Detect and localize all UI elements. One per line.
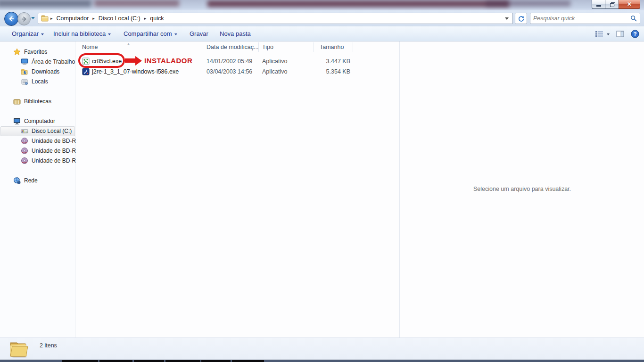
back-icon: [8, 15, 15, 23]
preview-pane-button[interactable]: [616, 31, 624, 37]
column-separator[interactable]: [353, 42, 353, 52]
restore-icon: [610, 2, 614, 6]
censored-title-blur: [486, 0, 570, 7]
column-header-tipo[interactable]: Tipo: [262, 41, 273, 53]
recent-places-icon: [21, 78, 28, 85]
column-separator[interactable]: [258, 42, 259, 52]
toolbar-label: Organizar: [12, 30, 39, 37]
search-icon[interactable]: [630, 15, 637, 22]
dropdown-caret-icon: [41, 33, 44, 35]
file-date: 03/04/2003 14:56: [206, 66, 252, 77]
column-header-nome[interactable]: Nome: [82, 41, 98, 53]
close-button[interactable]: [619, 0, 640, 9]
column-header-data[interactable]: Data de modificaç...: [206, 41, 258, 53]
close-icon: [627, 0, 632, 9]
java-file-icon: [82, 66, 90, 77]
censored-taskbar-segment: [232, 360, 264, 362]
folder-large-icon: [8, 339, 29, 361]
command-toolbar: Organizar Incluir na biblioteca Comparti…: [0, 26, 644, 41]
censored-title-blur: [0, 0, 91, 7]
sidebar-label: Favoritos: [24, 49, 47, 55]
forward-icon: [21, 16, 28, 23]
address-row: Computador Disco Local (C:) quick: [0, 10, 644, 26]
censored-taskbar-segment: [201, 360, 231, 362]
column-separator[interactable]: [202, 42, 202, 52]
refresh-button[interactable]: [515, 13, 527, 24]
forward-button[interactable]: [17, 12, 31, 25]
annotation-label: INSTALADOR: [144, 57, 192, 65]
toolbar-label: Nova pasta: [220, 30, 251, 37]
navigation-pane: Favoritos Área de Trabalho Downloads Loc…: [0, 41, 75, 337]
search-box: [530, 13, 640, 24]
censored-taskbar-segment: [165, 360, 200, 362]
column-separator[interactable]: [314, 42, 314, 52]
sidebar-label: Bibliotecas: [24, 98, 51, 105]
downloads-folder-icon: [21, 68, 28, 75]
toolbar-right-icons: ?: [595, 26, 639, 41]
breadcrumb-item-quick[interactable]: quick: [147, 14, 166, 23]
file-date: 14/01/2002 05:49: [206, 56, 252, 66]
annotation-red-oval: [78, 53, 125, 68]
address-dropdown-caret-icon[interactable]: [505, 17, 509, 20]
preview-pane: Selecione um arquivo para visualizar.: [399, 41, 644, 337]
disc-drive-icon: [21, 157, 28, 165]
local-disk-icon: [21, 127, 28, 135]
sidebar-label: Disco Local (C:): [32, 128, 72, 134]
breadcrumb-separator-icon: [50, 16, 54, 21]
back-button[interactable]: [4, 12, 18, 26]
views-button[interactable]: [595, 31, 610, 37]
taskbar-strip: [0, 360, 644, 362]
censored-taskbar-segment: [62, 360, 98, 362]
toolbar-label: Compartilhar com: [124, 30, 172, 37]
item-count: 2 itens: [40, 342, 57, 349]
breadcrumb-item-computador[interactable]: Computador: [54, 14, 92, 23]
disc-drive-icon: [21, 147, 28, 155]
toolbar-nova-pasta[interactable]: Nova pasta: [217, 26, 254, 41]
sidebar-label: Downloads: [32, 68, 59, 75]
address-bar[interactable]: Computador Disco Local (C:) quick: [38, 13, 513, 24]
toolbar-organizar[interactable]: Organizar: [9, 26, 47, 41]
disc-drive-icon: [21, 137, 28, 145]
network-icon: [13, 177, 21, 184]
toolbar-compartilhar-com[interactable]: Compartilhar com: [121, 26, 180, 41]
libraries-icon: [13, 98, 21, 105]
minimize-icon: [596, 5, 601, 7]
toolbar-incluir-na-biblioteca[interactable]: Incluir na biblioteca: [50, 26, 114, 41]
sidebar-label: Locais: [32, 78, 48, 85]
search-input[interactable]: [530, 15, 630, 22]
views-icon: [595, 31, 604, 37]
sidebar-label: Computador: [24, 118, 55, 124]
censored-title-blur: [207, 0, 509, 7]
preview-pane-icon: [616, 31, 624, 37]
help-icon: ?: [631, 30, 639, 38]
censored-taskbar-segment: [134, 360, 164, 362]
column-header-tamanho[interactable]: Tamanho: [320, 41, 344, 53]
history-chevron-icon[interactable]: [31, 17, 35, 19]
breadcrumb-item-disco-local[interactable]: Disco Local (C:): [96, 14, 143, 23]
dropdown-caret-icon: [174, 33, 177, 35]
file-list: Nome Data de modificaç... Tipo Tamanho c…: [76, 41, 399, 337]
censored-taskbar-segment: [99, 360, 132, 362]
dropdown-caret-icon: [108, 33, 111, 35]
sidebar-label: Rede: [24, 177, 38, 184]
toolbar-label: Gravar: [190, 30, 208, 37]
column-headers: Nome Data de modificaç... Tipo Tamanho: [76, 41, 399, 53]
toolbar-gravar[interactable]: Gravar: [187, 26, 211, 41]
file-name: j2re-1_3_1_07-windows-i586.exe: [92, 66, 179, 77]
table-row-j2re[interactable]: j2re-1_3_1_07-windows-i586.exe 03/04/200…: [76, 66, 399, 77]
help-button[interactable]: ?: [631, 30, 639, 38]
preview-message: Selecione um arquivo para visualizar.: [400, 186, 644, 192]
file-type: Aplicativo: [262, 56, 288, 66]
toolbar-label: Incluir na biblioteca: [53, 30, 106, 37]
censored-title-blur: [94, 0, 179, 7]
sort-ascending-icon: [127, 42, 130, 45]
restore-button[interactable]: [605, 0, 619, 9]
star-icon: [13, 48, 21, 56]
file-size: 3.447 KB: [308, 56, 350, 66]
folder-icon: [41, 15, 49, 22]
window-controls: [592, 0, 640, 9]
file-size: 5.354 KB: [308, 66, 350, 77]
refresh-icon: [518, 15, 525, 22]
main-content: Favoritos Área de Trabalho Downloads Loc…: [0, 41, 644, 337]
minimize-button[interactable]: [592, 0, 605, 9]
